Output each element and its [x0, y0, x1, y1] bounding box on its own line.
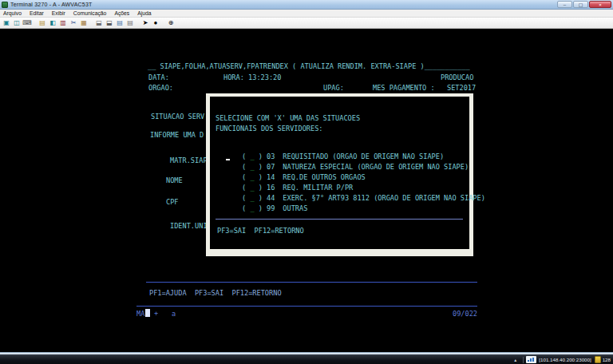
mes-pagamento-value: SET2017 — [447, 84, 476, 92]
tray-count: 128 — [603, 357, 611, 362]
data-label: DATA: — [148, 73, 169, 81]
separator-line-top — [146, 282, 477, 283]
save-screen-icon[interactable]: ▤ — [115, 18, 125, 27]
close-button[interactable]: × — [589, 1, 611, 8]
menu-comunicacao[interactable]: Comunicação — [69, 10, 111, 16]
upag-label: UPAG: — [323, 84, 344, 92]
dialog-title-line2: FUNCIONAIS DOS SERVIDORES: — [216, 125, 323, 133]
separator-line-bottom — [136, 306, 477, 307]
taskbar[interactable]: ▲ [101.148.40.200:23000] 128 — [0, 354, 613, 364]
window-controls: – ▢ × — [557, 1, 611, 8]
copy-screen-icon[interactable]: ▤ — [38, 18, 47, 27]
mes-pagamento-label: MES PAGAMENTO : — [373, 84, 435, 92]
receive-file-icon[interactable]: ⬓ — [94, 18, 104, 27]
checkbox-close: ) — [255, 204, 263, 212]
cpf-label: CPF — [166, 198, 179, 206]
lock-icon[interactable]: ◧ — [48, 18, 57, 27]
minimize-button[interactable]: – — [557, 1, 572, 8]
informe-label: INFORME UMA D — [150, 131, 204, 139]
checkbox-open: ( — [242, 204, 250, 212]
oia-cursor-block — [145, 309, 150, 317]
session-icon[interactable]: ▣ — [2, 18, 11, 27]
terminal-screen: __ SIAPE,FOLHA,ATUASERV,FPATRENDEX ( ATU… — [0, 29, 613, 352]
pf-hints: PF1=AJUDA PF3=SAI PF12=RETORNO — [149, 289, 282, 297]
tray-divider — [523, 357, 524, 363]
matricula-label: MATR.SIAP — [170, 156, 208, 164]
settings-icon[interactable]: ● — [151, 18, 160, 27]
screen-title-line: __ SIAPE,FOLHA,ATUASERV,FPATRENDEX ( ATU… — [148, 62, 470, 70]
oia-shift: a — [172, 310, 176, 318]
system-tray: ▲ [101.148.40.200:23000] 128 — [510, 355, 613, 364]
ident-label: IDENT.UNI — [170, 222, 208, 230]
send-file-icon[interactable]: ⬓ — [105, 18, 114, 27]
menubar: Arquivo Editar Exibir Comunicação Ações … — [0, 10, 613, 18]
menu-ajuda[interactable]: Ajuda — [133, 10, 155, 16]
network-connection-icon[interactable] — [526, 356, 536, 363]
tray-lock-icon[interactable] — [595, 356, 601, 363]
new-session-icon[interactable]: ◫ — [12, 18, 22, 27]
nome-label: NOME — [166, 176, 183, 184]
option-label: EXERC. §7° ART93 8112 (ORGAO DE ORIGEM N… — [283, 194, 485, 202]
paste-icon[interactable]: ▦ — [79, 18, 89, 27]
keyboard-icon[interactable]: ⌨ — [22, 18, 32, 27]
hora-value: HORA: 13:23:20 — [223, 73, 281, 81]
app-icon — [2, 2, 8, 8]
environment-label: PRODUCAO — [441, 73, 473, 81]
window-title: Terminal 3270 - A - AWVAC53T — [10, 2, 92, 7]
oia-system: MA — [136, 310, 144, 318]
dialog-separator — [216, 219, 463, 220]
dialog-title-line1: SELECIONE COM 'X' UMA DAS SITUACOES — [216, 114, 360, 122]
option-label: OUTRAS — [283, 204, 307, 212]
dialog-pf-hints: PF3=SAI PF12=RETORNO — [217, 227, 304, 235]
cut-icon[interactable]: ✂ — [69, 18, 78, 27]
menu-editar[interactable]: Editar — [26, 10, 48, 16]
orgao-label: ORGAO: — [148, 84, 173, 92]
toolbar: ▣ ◫ ⌨ ▤ ◧ ▥ ✂ ▦ ⬓ ⬓ ▤ ▤ ➤ ● ⊕ — [0, 18, 613, 29]
oia-plus: + — [154, 310, 158, 318]
tray-session-address: [101.148.40.200:23000] — [539, 357, 591, 362]
maximize-button[interactable]: ▢ — [573, 1, 588, 8]
show-hidden-icons-button[interactable]: ▲ — [510, 358, 520, 362]
text-cursor — [226, 159, 230, 160]
play-macro-icon[interactable]: ➤ — [140, 18, 150, 27]
print-screen-icon[interactable]: ▤ — [125, 18, 135, 27]
situacao-dialog: SELECIONE COM 'X' UMA DAS SITUACOES FUNC… — [206, 93, 473, 256]
option-row-99: ( _ )99OUTRAS — [217, 196, 307, 220]
help-globe-icon[interactable]: ⊕ — [166, 18, 176, 27]
titlebar: Terminal 3270 - A - AWVAC53T – ▢ × — [0, 0, 613, 10]
situacao-serv-label: SITUACAO SERV — [151, 113, 204, 121]
oia-cursor-position: 09/022 — [453, 310, 477, 318]
menu-arquivo[interactable]: Arquivo — [0, 10, 26, 16]
display-settings-icon[interactable]: ▥ — [58, 18, 68, 27]
menu-exibir[interactable]: Exibir — [48, 10, 69, 16]
option-code: 99 — [267, 204, 275, 212]
menu-acoes[interactable]: Ações — [110, 10, 133, 16]
